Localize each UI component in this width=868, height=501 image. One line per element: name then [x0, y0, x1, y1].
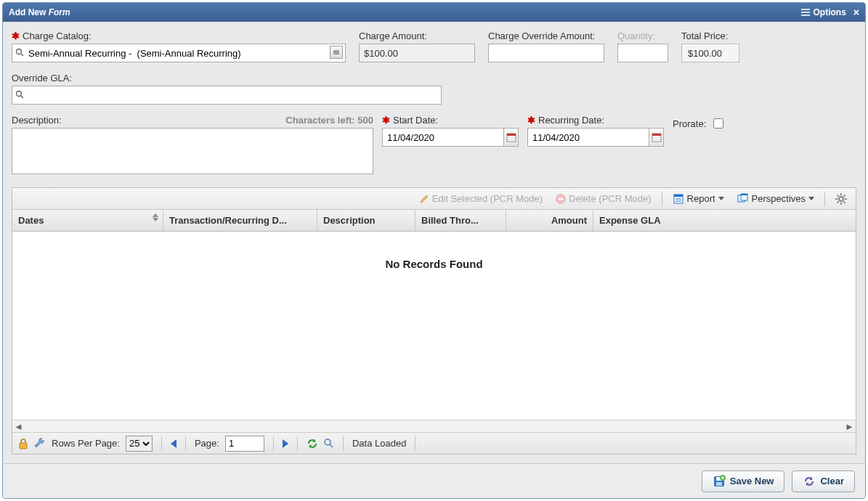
start-date-input[interactable] — [382, 128, 504, 147]
label-start-date: ✱Start Date: — [382, 115, 519, 126]
perspectives-icon — [737, 193, 749, 205]
svg-rect-33 — [20, 443, 27, 449]
search-icon — [15, 90, 24, 99]
field-override-gla: Override GLA: — [12, 73, 442, 105]
charge-catalog-dropdown-icon[interactable] — [330, 46, 343, 59]
grid-header: Dates Transaction/Recurring D... Descrip… — [12, 210, 856, 232]
calendar-icon[interactable] — [649, 128, 664, 147]
lookup-override-gla — [12, 86, 442, 105]
minus-circle-icon — [556, 194, 566, 204]
svg-line-29 — [837, 195, 839, 196]
prorate-checkbox[interactable] — [713, 118, 723, 129]
field-charge-override: Charge Override Amount: — [488, 30, 604, 62]
charge-catalog-input[interactable] — [12, 44, 346, 62]
svg-line-31 — [837, 201, 839, 203]
svg-rect-38 — [716, 482, 722, 486]
svg-rect-12 — [652, 134, 661, 136]
column-header-billed[interactable]: Billed Thro... — [415, 210, 506, 231]
row-charge: ✱Charge Catalog: Charge Amount: Charge O… — [12, 30, 856, 62]
total-price-value: $100.00 — [681, 44, 739, 62]
svg-rect-18 — [674, 195, 683, 197]
refresh-icon[interactable] — [307, 438, 318, 449]
svg-line-30 — [844, 201, 845, 203]
field-prorate: Prorate: — [673, 116, 726, 131]
search-icon[interactable] — [324, 439, 334, 449]
scroll-right-icon[interactable]: ► — [843, 421, 856, 432]
titlebar: Add New Form Options × — [3, 3, 865, 22]
search-icon — [15, 48, 24, 57]
rows-per-page-label: Rows Per Page: — [52, 438, 120, 449]
lock-icon[interactable] — [18, 438, 28, 449]
recurring-date-input[interactable] — [527, 128, 649, 147]
pencil-icon — [419, 194, 429, 204]
svg-point-24 — [839, 197, 843, 201]
svg-rect-23 — [741, 194, 747, 195]
rows-per-page-select[interactable]: 25 — [126, 436, 153, 452]
override-gla-input[interactable] — [12, 86, 442, 105]
scroll-left-icon[interactable]: ◄ — [12, 421, 25, 432]
settings-button[interactable] — [831, 192, 851, 206]
charge-amount-input — [359, 44, 475, 62]
grid-toolbar: Edit Selected (PCR Mode) Delete (PCR Mod… — [12, 188, 856, 210]
quantity-input — [617, 44, 668, 62]
label-charge-override: Charge Override Amount: — [488, 30, 604, 41]
field-charge-catalog: ✱Charge Catalog: — [12, 30, 346, 62]
charge-override-input[interactable] — [488, 44, 604, 62]
options-label: Options — [813, 7, 845, 17]
prev-page-icon[interactable] — [171, 439, 177, 448]
label-charge-amount: Charge Amount: — [359, 30, 475, 41]
chevron-down-icon — [808, 197, 814, 200]
close-icon[interactable]: × — [853, 7, 859, 18]
save-new-button[interactable]: Save New — [702, 471, 785, 492]
label-quantity: Quantity: — [617, 30, 668, 41]
field-description: Description: Characters left: 500 — [12, 115, 373, 174]
options-button[interactable]: Options — [801, 7, 845, 17]
svg-point-0 — [17, 49, 22, 54]
grid-body: No Records Found — [12, 232, 856, 420]
perspectives-button[interactable]: Perspectives — [733, 192, 819, 206]
grid-panel: Edit Selected (PCR Mode) Delete (PCR Mod… — [12, 187, 856, 455]
delete-button: Delete (PCR Mode) — [551, 192, 655, 205]
column-header-expense-gla[interactable]: Expense GLA — [593, 210, 856, 231]
field-charge-amount: Charge Amount: — [359, 30, 475, 62]
clear-icon — [803, 475, 816, 488]
chevron-down-icon — [718, 197, 724, 200]
svg-line-6 — [21, 96, 23, 98]
horizontal-scrollbar[interactable]: ◄ ► — [12, 420, 856, 432]
column-header-transaction[interactable]: Transaction/Recurring D... — [163, 210, 317, 231]
no-records-text: No Records Found — [385, 258, 482, 270]
sort-icon — [153, 213, 158, 221]
next-page-icon[interactable] — [283, 439, 288, 448]
field-start-date: ✱Start Date: — [382, 115, 519, 147]
column-header-dates[interactable]: Dates — [12, 210, 163, 231]
lookup-charge-catalog — [12, 44, 346, 62]
label-total-price: Total Price: — [681, 30, 739, 41]
clear-button[interactable]: Clear — [792, 471, 855, 492]
page-number-input[interactable] — [225, 436, 264, 452]
svg-rect-8 — [507, 134, 516, 136]
svg-point-34 — [325, 439, 330, 445]
svg-line-32 — [844, 195, 845, 196]
field-total-price: Total Price: $100.00 — [681, 30, 739, 62]
field-recurring-date: ✱Recurring Date: — [527, 115, 664, 147]
title-prefix: Add New — [9, 7, 49, 17]
dialog-body: ✱Charge Catalog: Charge Amount: Charge O… — [3, 22, 865, 463]
column-header-description[interactable]: Description — [317, 210, 415, 231]
wrench-icon[interactable] — [34, 438, 46, 449]
label-charge-catalog: ✱Charge Catalog: — [12, 30, 346, 41]
options-icon — [801, 9, 810, 16]
pager-status: Data Loaded — [352, 438, 406, 449]
label-override-gla: Override GLA: — [12, 73, 442, 84]
svg-line-35 — [330, 444, 333, 447]
report-button[interactable]: Report — [668, 192, 729, 206]
report-icon — [673, 193, 684, 205]
svg-point-5 — [17, 91, 22, 97]
description-input[interactable] — [12, 128, 373, 174]
save-icon — [713, 475, 726, 488]
page-label: Page: — [195, 438, 219, 449]
dialog-window: Add New Form Options × ✱Charge Catalog: — [2, 2, 866, 499]
calendar-icon[interactable] — [504, 128, 519, 147]
column-header-amount[interactable]: Amount — [506, 210, 593, 231]
chars-left: Characters left: 500 — [285, 115, 373, 126]
label-recurring-date: ✱Recurring Date: — [527, 115, 664, 126]
